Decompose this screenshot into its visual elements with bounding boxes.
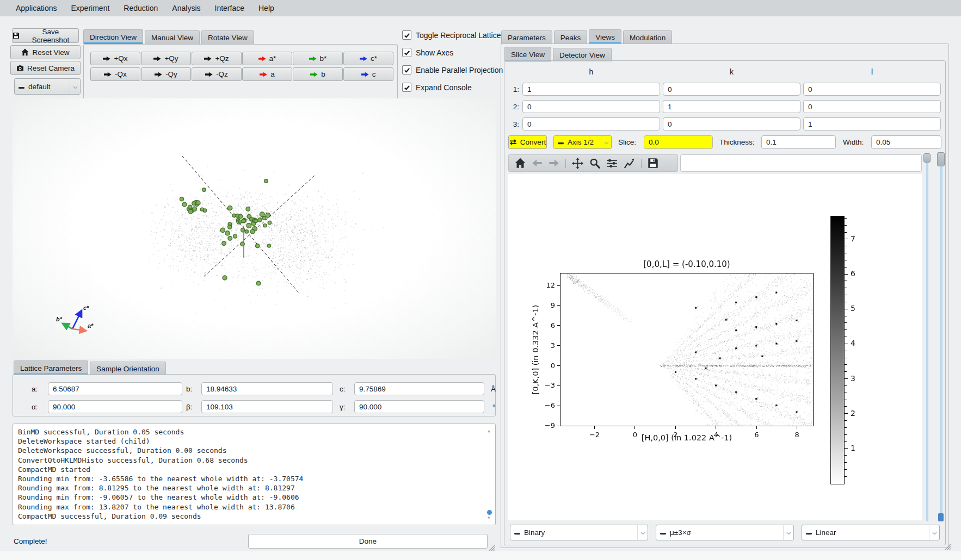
convert-button[interactable]: Convert	[508, 135, 547, 149]
direction-button-c[interactable]: c	[343, 67, 393, 81]
checkbox-enable-parallel-projection[interactable]: Enable Parallel Projection	[402, 65, 503, 74]
pan-icon[interactable]	[572, 158, 583, 169]
thickness-slider-track[interactable]	[940, 153, 942, 521]
resize-grip-right[interactable]	[945, 543, 951, 552]
direction-arrow-icon	[309, 56, 317, 61]
home-icon[interactable]	[515, 158, 526, 169]
reset-camera-button[interactable]: Reset Camera	[10, 61, 81, 75]
direction-button-a[interactable]: a*	[242, 52, 292, 65]
lattice-input-[interactable]	[48, 400, 182, 413]
width-input[interactable]	[871, 135, 941, 149]
menu-item-experiment[interactable]: Experiment	[64, 0, 117, 16]
menu-item-applications[interactable]: Applications	[9, 0, 64, 16]
matrix-input-2-h[interactable]	[522, 100, 660, 113]
lattice-input-[interactable]	[354, 400, 484, 413]
resize-grip[interactable]	[489, 544, 495, 553]
back-icon[interactable]	[532, 158, 543, 169]
tab-peaks[interactable]: Peaks	[554, 30, 588, 44]
tab-rotate-view[interactable]: Rotate View	[201, 30, 254, 44]
forward-icon[interactable]	[549, 158, 559, 169]
axis-combo[interactable]: Axis 1/2	[553, 135, 612, 149]
thickness-slider-handle[interactable]	[937, 152, 945, 166]
menu-item-analysis[interactable]: Analysis	[165, 0, 207, 16]
direction-button-qx[interactable]: +Qx	[90, 52, 140, 65]
matrix-input-1-h[interactable]	[522, 83, 660, 96]
preset-combo[interactable]: default	[14, 78, 81, 95]
tab-direction-view[interactable]: Direction View	[83, 29, 143, 44]
direction-button-qy[interactable]: -Qy	[141, 67, 191, 81]
view-tabbar: Direction ViewManual ViewRotate View	[83, 29, 254, 44]
combo-linear[interactable]: Linear	[802, 525, 940, 540]
save-screenshot-button[interactable]: Save Screenshot	[12, 28, 79, 43]
matrix-row-label-3: 3:	[509, 120, 519, 128]
chevron-down-icon	[786, 528, 791, 537]
matrix-input-2-k[interactable]	[663, 100, 800, 113]
thickness-slider-handle-bottom[interactable]	[938, 513, 944, 521]
slice-slider-track[interactable]	[926, 153, 928, 521]
checkbox-box[interactable]	[402, 30, 411, 40]
save-screenshot-label: Save Screenshot	[23, 28, 78, 44]
reset-view-button[interactable]: Reset View	[10, 45, 81, 59]
camera-icon	[16, 65, 24, 71]
lattice-input-c[interactable]	[354, 382, 484, 395]
lattice-input-b[interactable]	[201, 382, 333, 395]
menu-item-reduction[interactable]: Reduction	[116, 0, 165, 16]
lattice-input-a[interactable]	[48, 382, 182, 395]
slice-slider-handle[interactable]	[923, 153, 931, 163]
slice-input[interactable]	[644, 135, 713, 149]
checkbox-toggle-reciprocal-lattice[interactable]: Toggle Reciprocal Lattice	[402, 30, 503, 40]
direction-arrow-icon	[205, 72, 213, 77]
checkbox-box[interactable]	[402, 83, 411, 92]
menu-item-help[interactable]: Help	[251, 0, 281, 16]
thickness-input[interactable]	[761, 135, 836, 149]
zoom-icon[interactable]	[589, 158, 600, 169]
matrix-input-3-k[interactable]	[663, 117, 800, 130]
direction-button-qx[interactable]: -Qx	[90, 67, 140, 81]
plot-canvas-area[interactable]	[508, 174, 922, 520]
direction-button-b[interactable]: b*	[293, 52, 343, 65]
matrix-input-1-l[interactable]	[803, 83, 941, 96]
direction-button-qy[interactable]: +Qy	[141, 52, 191, 65]
console-scrollbar[interactable]: ▲ ▼	[486, 426, 493, 522]
toolbar-separator	[641, 159, 642, 168]
subplots-icon[interactable]	[606, 158, 618, 169]
console-log[interactable]: BinMD successful, Duration 0.05 secondsD…	[13, 424, 496, 525]
3d-viewport[interactable]: b* c* a*	[13, 98, 496, 359]
direction-button-label: c	[372, 70, 376, 78]
tab-lattice-parameters[interactable]: Lattice Parameters	[14, 360, 88, 375]
save-icon[interactable]	[648, 158, 658, 169]
tab-manual-view[interactable]: Manual View	[145, 30, 200, 44]
tab-modulation[interactable]: Modulation	[623, 30, 672, 44]
combo-3[interactable]: μ±3×σ	[656, 525, 794, 540]
matrix-input-3-h[interactable]	[522, 117, 660, 130]
matrix-input-1-k[interactable]	[663, 83, 800, 96]
direction-button-b[interactable]: b	[293, 67, 343, 81]
lattice-label-: β:	[186, 403, 193, 411]
checkbox-box[interactable]	[402, 48, 411, 57]
direction-button-qz[interactable]: +Qz	[192, 52, 242, 65]
checkbox-box[interactable]	[402, 65, 411, 74]
scroll-up-icon[interactable]: ▲	[488, 426, 490, 435]
tab-parameters[interactable]: Parameters	[501, 30, 552, 44]
lattice-input-[interactable]	[201, 400, 333, 413]
customize-icon[interactable]	[624, 158, 635, 169]
direction-arrow-icon	[103, 56, 110, 61]
direction-button-a[interactable]: a	[242, 67, 292, 81]
checkbox-expand-console[interactable]: Expand Console	[402, 83, 503, 92]
matrix-input-3-l[interactable]	[803, 117, 941, 130]
mpl-toolbar	[508, 154, 678, 172]
direction-arrow-icon	[258, 56, 266, 61]
tab-sample-orientation[interactable]: Sample Orientation	[90, 362, 166, 375]
lattice-label-a: a:	[32, 385, 38, 393]
matrix-input-2-l[interactable]	[803, 100, 941, 113]
tab-views[interactable]: Views	[589, 29, 621, 44]
combo-binary[interactable]: Binary	[510, 525, 648, 540]
menu-item-interface[interactable]: Interface	[208, 0, 251, 16]
console-scroll-thumb[interactable]	[487, 510, 492, 515]
tab-detector-view[interactable]: Detector View	[553, 48, 612, 61]
checkbox-show-axes[interactable]: Show Axes	[402, 48, 503, 57]
direction-button-qz[interactable]: -Qz	[192, 67, 242, 81]
tab-slice-view[interactable]: Slice View	[504, 47, 551, 61]
checkbox-label: Toggle Reciprocal Lattice	[416, 31, 501, 40]
direction-button-c[interactable]: c*	[343, 52, 393, 65]
